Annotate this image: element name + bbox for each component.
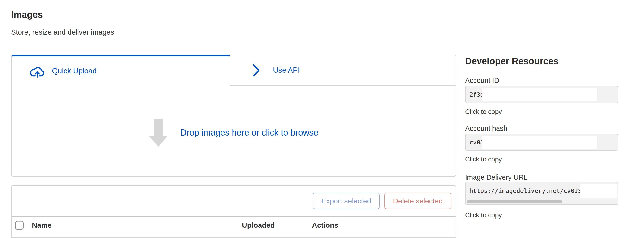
image-delivery-url-field[interactable]: https://imagedelivery.net/cv0JS : [465,182,618,205]
redaction-overlay [482,88,597,101]
select-all-checkbox[interactable] [15,221,24,230]
image-delivery-url-value: https://imagedelivery.net/cv0JS [470,187,582,194]
column-header-name: Name [32,221,52,229]
chevron-right-icon [252,64,260,77]
column-header-actions: Actions [312,221,338,229]
account-hash-field[interactable]: cv0J [465,134,618,151]
delete-selected-button[interactable]: Delete selected [384,193,452,209]
column-header-uploaded: Uploaded [242,221,275,229]
arrow-down-icon [149,119,168,147]
table-toolbar: Export selected Delete selected [12,186,456,217]
export-selected-button[interactable]: Export selected [312,193,380,209]
account-hash-copy-hint: Click to copy [465,155,618,163]
account-id-copy-hint: Click to copy [465,108,618,116]
tab-use-api[interactable]: Use API [230,55,456,86]
tab-quick-upload[interactable]: Quick Upload [12,55,230,86]
account-hash-value: cv0J [470,139,484,146]
dropzone[interactable]: Drop images here or click to browse [12,86,456,176]
horizontal-scrollbar[interactable] [467,200,562,204]
account-id-value: 2f3d [470,91,484,98]
upload-panel: Quick Upload Use API Drop images here or… [11,55,456,177]
developer-resources-heading: Developer Resources [465,56,618,67]
redaction-overlay [580,184,617,198]
redaction-overlay [482,136,597,149]
upload-tab-bar: Quick Upload Use API [12,55,456,86]
tab-use-api-label: Use API [273,66,300,75]
images-table-panel: Export selected Delete selected Name Upl… [11,185,456,238]
developer-resources-panel: Developer Resources Account ID 2f3d Clic… [465,56,618,219]
table-header-row: Name Uploaded Actions [12,217,456,235]
page-subtitle: Store, resize and deliver images [11,28,114,36]
page-title: Images [11,9,43,20]
account-hash-label: Account hash [465,124,618,132]
dropzone-label: Drop images here or click to browse [180,128,318,138]
account-id-field[interactable]: 2f3d [465,86,618,103]
tab-quick-upload-label: Quick Upload [52,67,97,75]
image-delivery-url-copy-hint: Click to copy [465,211,618,219]
image-delivery-url-label: Image Delivery URL [465,173,618,181]
image-delivery-url-value-tail: : [616,187,618,194]
cloud-upload-icon [29,64,45,78]
account-id-label: Account ID [465,76,618,85]
